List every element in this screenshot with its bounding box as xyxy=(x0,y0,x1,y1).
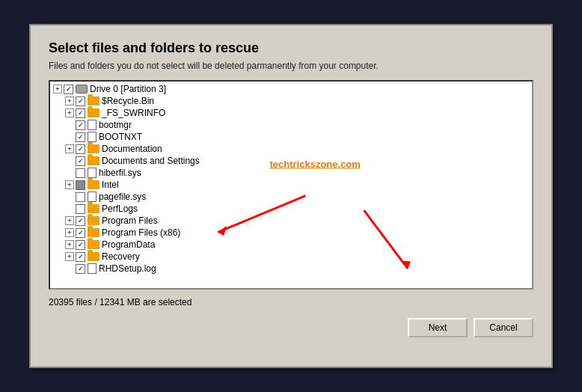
checkbox[interactable]: ✓ xyxy=(76,120,85,130)
list-item[interactable]: +Intel xyxy=(50,179,532,191)
checkbox[interactable]: ✓ xyxy=(64,85,73,94)
folder-icon xyxy=(88,240,99,249)
list-item[interactable]: ✓RHDSetup.log xyxy=(50,263,532,275)
list-item[interactable]: +✓Program Files (x86) xyxy=(50,227,532,239)
list-item[interactable]: hiberfil.sys xyxy=(50,167,532,179)
checkbox[interactable]: ✓ xyxy=(76,97,85,106)
dialog-title: Select files and folders to rescue xyxy=(49,40,533,56)
button-row: Next Cancel xyxy=(49,318,533,337)
checkbox[interactable]: ✓ xyxy=(76,132,85,142)
folder-icon xyxy=(88,252,99,261)
list-item[interactable]: +✓$Recycle.Bin xyxy=(50,95,532,107)
list-item[interactable]: +✓Documentation xyxy=(50,143,532,155)
item-label: BOOTNXT xyxy=(99,132,142,142)
rescue-dialog: Select files and folders to rescue Files… xyxy=(29,24,553,368)
list-item[interactable]: +✓Drive 0 [Partition 3] xyxy=(50,83,532,95)
expand-button[interactable]: + xyxy=(65,180,74,189)
expand-button[interactable]: + xyxy=(65,144,74,153)
file-tree: +✓Drive 0 [Partition 3]+✓$Recycle.Bin+✓_… xyxy=(50,82,532,276)
cancel-button[interactable]: Cancel xyxy=(474,318,533,337)
file-icon xyxy=(88,168,97,178)
list-item[interactable]: ✓bootmgr xyxy=(50,119,532,131)
drive-icon xyxy=(76,85,88,94)
checkbox[interactable] xyxy=(76,168,85,178)
file-tree-container[interactable]: +✓Drive 0 [Partition 3]+✓$Recycle.Bin+✓_… xyxy=(49,80,533,290)
list-item[interactable]: ✓BOOTNXT xyxy=(50,131,532,143)
checkbox[interactable]: ✓ xyxy=(76,156,85,166)
item-label: Program Files xyxy=(102,215,158,226)
item-label: hiberfil.sys xyxy=(99,168,141,178)
checkbox[interactable]: ✓ xyxy=(76,252,85,262)
expand-button[interactable]: + xyxy=(53,85,62,94)
item-label: PerfLogs xyxy=(102,203,138,214)
expand-button[interactable]: + xyxy=(65,240,74,249)
item-label: bootmgr xyxy=(99,120,132,130)
file-icon xyxy=(88,263,97,274)
item-label: Recovery xyxy=(102,251,140,262)
item-label: ProgramData xyxy=(102,239,155,250)
checkbox[interactable]: ✓ xyxy=(76,264,85,274)
checkbox[interactable]: ✓ xyxy=(76,108,85,118)
item-label: Documents and Settings xyxy=(102,156,200,166)
checkbox[interactable] xyxy=(76,192,85,202)
item-label: Program Files (x86) xyxy=(102,227,180,238)
expand-button[interactable]: + xyxy=(65,216,74,225)
expand-button[interactable]: + xyxy=(65,228,74,237)
status-bar: 20395 files / 12341 MB are selected xyxy=(49,297,533,307)
folder-icon xyxy=(88,144,99,153)
checkbox[interactable] xyxy=(76,180,85,190)
folder-icon xyxy=(88,216,99,225)
folder-icon xyxy=(88,180,99,189)
dialog-subtitle: Files and folders you do not select will… xyxy=(49,61,533,71)
checkbox[interactable]: ✓ xyxy=(76,240,85,250)
list-item[interactable]: +✓ProgramData xyxy=(50,239,532,251)
folder-icon xyxy=(88,108,99,117)
folder-icon xyxy=(88,228,99,237)
item-label: RHDSetup.log xyxy=(99,263,156,274)
next-button[interactable]: Next xyxy=(408,318,468,337)
item-label: Intel xyxy=(102,180,119,190)
list-item[interactable]: pagefile.sys xyxy=(50,191,532,203)
checkbox[interactable] xyxy=(76,204,85,214)
file-icon xyxy=(88,132,97,142)
expand-button[interactable]: + xyxy=(65,252,74,261)
folder-icon xyxy=(88,204,99,213)
folder-icon xyxy=(88,156,99,165)
item-label: pagefile.sys xyxy=(99,192,146,202)
checkbox[interactable]: ✓ xyxy=(76,144,85,154)
item-label: Drive 0 [Partition 3] xyxy=(90,84,166,94)
list-item[interactable]: PerfLogs xyxy=(50,203,532,215)
list-item[interactable]: +✓Recovery xyxy=(50,251,532,263)
item-label: Documentation xyxy=(102,144,162,154)
item-label: _FS_SWRINFO xyxy=(102,108,165,118)
checkbox[interactable]: ✓ xyxy=(76,216,85,226)
file-icon xyxy=(88,120,97,130)
item-label: $Recycle.Bin xyxy=(102,96,154,106)
file-icon xyxy=(88,192,97,202)
list-item[interactable]: ✓Documents and Settings xyxy=(50,155,532,167)
list-item[interactable]: +✓Program Files xyxy=(50,215,532,227)
checkbox[interactable]: ✓ xyxy=(76,228,85,238)
expand-button[interactable]: + xyxy=(65,97,74,105)
folder-icon xyxy=(88,97,99,105)
list-item[interactable]: +✓_FS_SWRINFO xyxy=(50,107,532,119)
expand-button[interactable]: + xyxy=(65,108,74,117)
